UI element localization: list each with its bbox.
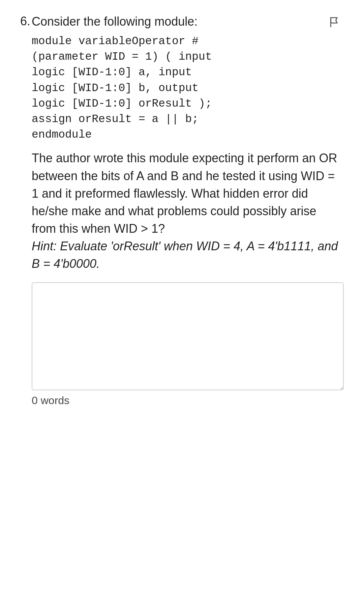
code-block: module variableOperator # (parameter WID… xyxy=(32,34,344,143)
word-count: 0 words xyxy=(32,394,344,407)
flag-icon xyxy=(329,16,341,28)
question-block: 6. Consider the following module: module… xyxy=(20,13,344,407)
question-title: Consider the following module: xyxy=(32,13,326,30)
question-number: 6. xyxy=(20,13,30,29)
flag-button[interactable] xyxy=(326,13,344,31)
question-header-row: Consider the following module: xyxy=(32,13,344,31)
question-content: Consider the following module: module va… xyxy=(32,13,344,407)
question-body-text: The author wrote this module expecting i… xyxy=(32,149,344,237)
hint-text: Hint: Evaluate 'orResult' when WID = 4, … xyxy=(32,237,344,273)
page-container: 6. Consider the following module: module… xyxy=(0,0,364,592)
answer-input[interactable] xyxy=(32,282,344,390)
